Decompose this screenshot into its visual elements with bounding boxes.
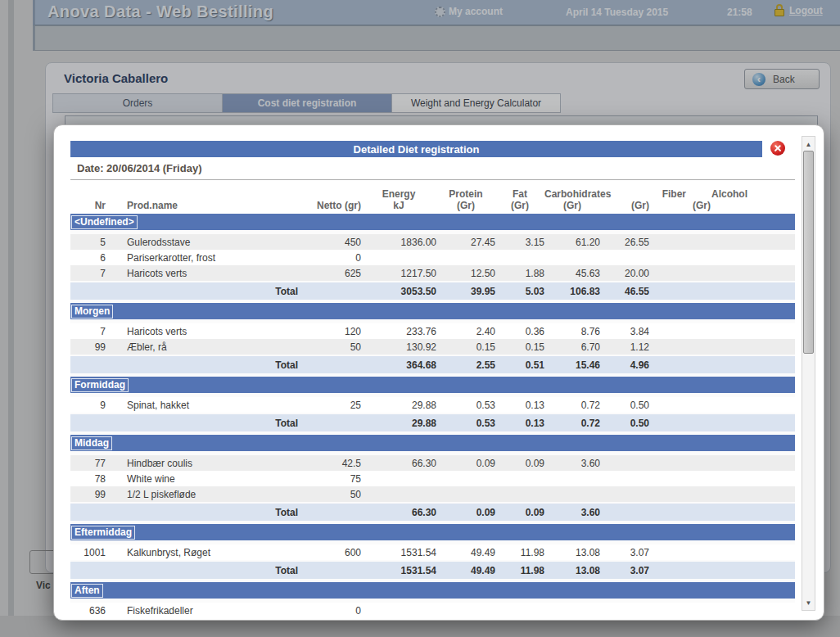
section-header-formiddag: Formiddag [70, 377, 795, 393]
section-label: Aften [71, 584, 103, 598]
cell-energy: 29.88 [361, 400, 436, 411]
application-window: Anova Data - Web Bestilling My account A… [0, 0, 840, 637]
product-row: 9Spinat, hakket2529.880.530.130.720.50 [70, 397, 795, 413]
cell-energy: 3053.50 [361, 286, 436, 297]
cell-energy: 1217.50 [361, 268, 436, 279]
cell-protein: 0.15 [436, 341, 495, 353]
cell-carb: 0.72 [544, 418, 600, 429]
cell-nr: 9 [70, 400, 107, 411]
col-header-protein: Protein(Gr) [436, 183, 495, 211]
cell-name: Kalkunbryst, Røget [107, 547, 253, 558]
cell-fiber: 3.84 [600, 326, 649, 337]
scrollbar-down-arrow[interactable]: ▼ [802, 597, 815, 608]
cell-netto: 625 [298, 268, 361, 279]
table-header-row: Nr Prod.name Netto (gr) EnergykJ Protein… [70, 183, 795, 211]
cell-energy: 66.30 [361, 507, 436, 518]
cell-nr: 7 [70, 268, 107, 279]
cell-fiber: 3.07 [600, 565, 649, 576]
col-header-prod-name: Prod.name [107, 183, 253, 211]
cell-fiber: 0.50 [600, 400, 649, 411]
cell-netto: 75 [298, 473, 361, 485]
section-total-row: Total364.682.550.5115.464.96 [70, 356, 795, 373]
product-row: 99Æbler, rå50130.920.150.156.701.12 [70, 339, 795, 355]
cell-carb: 106.83 [544, 286, 600, 297]
cell-label: Total [253, 565, 298, 576]
section-label: Morgen [71, 305, 113, 318]
cell-netto: 600 [298, 547, 361, 558]
cell-energy: 66.30 [361, 458, 436, 469]
cell-fat: 11.98 [495, 547, 544, 558]
cell-protein: 0.53 [436, 400, 495, 411]
cell-label: Total [253, 507, 298, 518]
cell-fat: 0.13 [495, 418, 544, 429]
product-row: 636Fiskefrikadeller0 [70, 603, 795, 618]
col-header-fat: Fat(Gr) [495, 183, 544, 211]
scrollbar-thumb[interactable] [803, 151, 814, 354]
cell-name: White wine [107, 473, 253, 485]
cell-netto: 0 [298, 252, 361, 264]
section-header-undefined: <Undefined> [70, 214, 795, 230]
section-header-aften: Aften [70, 582, 795, 599]
section-total-row: Total29.880.530.130.720.50 [70, 414, 795, 431]
product-row: 7Haricots verts120233.762.400.368.763.84 [70, 323, 795, 339]
detailed-diet-modal: Detailed Diet registration Date: 20/06/2… [53, 124, 824, 621]
divider [70, 179, 795, 180]
cell-nr: 7 [70, 326, 107, 337]
cell-protein: 0.09 [436, 507, 495, 518]
cell-energy: 364.68 [361, 359, 436, 371]
section-label: <Undefined> [71, 215, 138, 229]
product-row: 78White wine75 [70, 471, 795, 486]
section-total-row: Total3053.5039.955.03106.8346.55 [70, 282, 795, 300]
cell-carb: 61.20 [544, 237, 600, 248]
section-header-morgen: Morgen [70, 303, 795, 319]
cell-fat: 0.13 [495, 400, 544, 411]
cell-name: Hindbær coulis [107, 458, 253, 469]
cell-fiber: 46.55 [600, 286, 649, 297]
cell-protein: 0.09 [436, 458, 495, 469]
cell-carb: 8.76 [544, 326, 600, 337]
table-body: <Undefined>5Gulerodsstave4501836.0027.45… [70, 214, 795, 618]
cell-netto: 450 [298, 237, 361, 248]
cell-energy: 29.88 [361, 418, 436, 429]
section-label: Formiddag [71, 378, 129, 392]
cell-fat: 3.15 [495, 237, 544, 248]
section-header-middag: Middag [70, 435, 795, 451]
cell-energy: 233.76 [361, 326, 436, 337]
cell-carb: 13.08 [544, 547, 600, 558]
cell-fiber: 0.50 [600, 418, 649, 429]
section-label: Eftermiddag [71, 526, 135, 540]
cell-name: Gulerodsstave [107, 237, 253, 248]
col-header-carbohidrates: Carbohidrates(Gr) [544, 183, 600, 211]
cell-fiber: 20.00 [600, 268, 649, 279]
cell-netto: 120 [298, 326, 361, 337]
cell-netto: 0 [298, 605, 361, 617]
cell-protein: 2.40 [436, 326, 495, 337]
product-row: 5Gulerodsstave4501836.0027.453.1561.2026… [70, 234, 795, 250]
cell-fiber: 26.55 [600, 237, 649, 248]
section-label: Middag [71, 436, 112, 450]
product-row: 6Pariserkarotter, frost0 [70, 250, 795, 265]
cell-fat: 11.98 [495, 565, 544, 576]
cell-protein: 2.55 [436, 359, 495, 371]
cell-nr: 636 [70, 605, 107, 617]
cell-netto: 42.5 [298, 458, 361, 469]
product-row: 77Hindbær coulis42.566.300.090.093.60 [70, 455, 795, 471]
cell-label: Total [253, 359, 298, 371]
scrollbar-up-arrow[interactable]: ▲ [802, 138, 815, 150]
cell-nr: 99 [70, 489, 107, 500]
cell-fat: 1.88 [495, 268, 544, 279]
cell-name: Pariserkarotter, frost [107, 252, 253, 264]
cell-carb: 13.08 [544, 565, 600, 576]
col-header-netto: Netto (gr) [298, 183, 361, 211]
cell-fat: 0.09 [495, 458, 544, 469]
modal-scrollbar[interactable]: ▲ ▼ [802, 136, 815, 611]
cell-fat: 0.51 [495, 359, 544, 371]
cell-fat: 5.03 [495, 286, 544, 297]
cell-name: Æbler, rå [107, 341, 253, 353]
col-header-nr: Nr [70, 183, 107, 211]
diet-table: Nr Prod.name Netto (gr) EnergykJ Protein… [70, 183, 795, 618]
product-row: 1001Kalkunbryst, Røget6001531.5449.4911.… [70, 544, 795, 560]
close-icon[interactable] [770, 141, 785, 156]
col-header-fiber: Fiber(Gr) [600, 183, 649, 211]
cell-fiber: 4.96 [600, 359, 649, 371]
